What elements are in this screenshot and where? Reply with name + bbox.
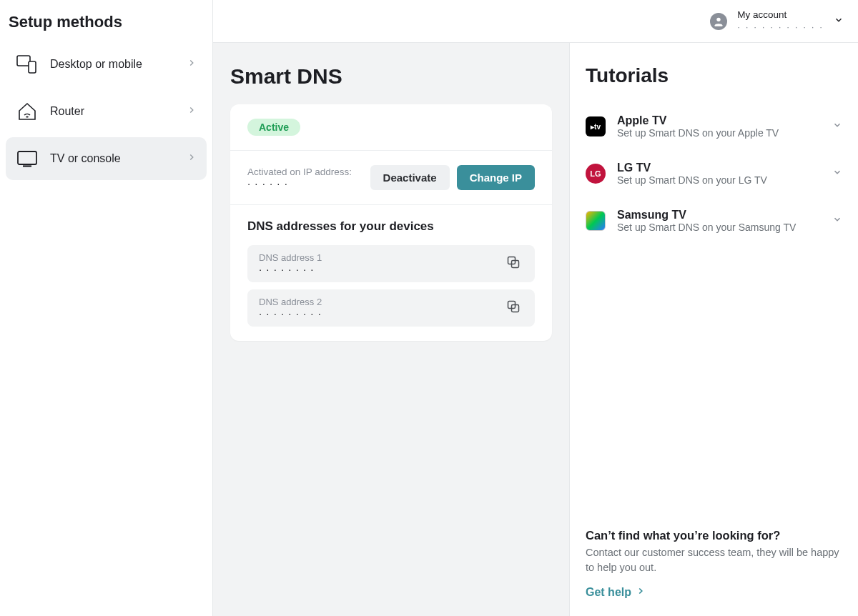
help-heading: Can’t find what you’re looking for? <box>586 529 842 542</box>
tutorial-title: Samsung TV <box>617 209 821 222</box>
tutorial-title: Apple TV <box>617 114 821 127</box>
account-label: My account <box>737 9 824 21</box>
chevron-right-icon <box>187 105 197 118</box>
ip-value: · · · · · · <box>247 177 352 189</box>
main-panel: Smart DNS Active Activated on IP address… <box>213 43 569 616</box>
page-title: Smart DNS <box>230 64 552 89</box>
help-text: Contact our customer success team, they … <box>586 545 842 577</box>
dns-label: DNS address 2 <box>259 297 322 307</box>
copy-icon <box>506 255 521 272</box>
dns-address-2: DNS address 2 · · · · · · · · · <box>247 289 535 327</box>
svg-point-4 <box>717 17 721 21</box>
sidebar-item-desktop-mobile[interactable]: Desktop or mobile <box>6 43 207 86</box>
deactivate-button[interactable]: Deactivate <box>370 165 450 190</box>
ip-label: Activated on IP address: <box>247 167 352 177</box>
status-badge: Active <box>247 119 300 136</box>
tutorial-samsung-tv[interactable]: Samsung TV Set up Smart DNS on your Sams… <box>586 197 842 244</box>
chevron-right-icon <box>187 152 197 165</box>
sidebar-title: Setup methods <box>6 13 207 43</box>
help-link-label: Get help <box>586 586 631 599</box>
sidebar-item-label: Router <box>50 105 175 118</box>
tutorials-title: Tutorials <box>586 64 842 87</box>
tutorial-desc: Set up Smart DNS on your LG TV <box>617 174 821 186</box>
tutorial-desc: Set up Smart DNS on your Samsung TV <box>617 222 821 233</box>
dns-label: DNS address 1 <box>259 252 322 263</box>
dns-address-1: DNS address 1 · · · · · · · · <box>247 245 535 282</box>
top-header: My account · · · · · · · · · · · <box>213 0 858 43</box>
lg-tv-icon: LG <box>586 164 606 184</box>
apple-tv-icon: ▸tv <box>586 116 606 136</box>
sidebar-item-label: Desktop or mobile <box>50 58 175 71</box>
devices-icon <box>16 53 39 76</box>
home-wifi-icon <box>16 100 39 123</box>
svg-rect-1 <box>29 61 36 73</box>
help-block: Can’t find what you’re looking for? Cont… <box>586 529 842 600</box>
account-menu[interactable]: My account · · · · · · · · · · · <box>710 9 844 32</box>
copy-dns-2-button[interactable] <box>503 298 523 318</box>
account-email: · · · · · · · · · · · <box>737 21 824 33</box>
chevron-right-icon <box>187 58 197 71</box>
sidebar-item-label: TV or console <box>50 152 175 165</box>
dns-heading: DNS addresses for your devices <box>247 219 535 234</box>
svg-rect-2 <box>18 151 36 164</box>
dns-value: · · · · · · · · · <box>259 307 322 319</box>
tutorial-title: LG TV <box>617 162 821 174</box>
account-avatar-icon <box>710 13 727 30</box>
chevron-down-icon <box>832 214 842 227</box>
chevron-down-icon <box>832 120 842 133</box>
chevron-right-icon <box>636 586 646 599</box>
copy-dns-1-button[interactable] <box>503 254 523 274</box>
tutorial-lg-tv[interactable]: LG LG TV Set up Smart DNS on your LG TV <box>586 150 842 197</box>
sidebar-item-router[interactable]: Router <box>6 90 207 133</box>
tutorials-panel: Tutorials ▸tv Apple TV Set up Smart DNS … <box>569 43 858 616</box>
dns-value: · · · · · · · · <box>259 263 322 275</box>
sidebar-item-tv-console[interactable]: TV or console <box>6 137 207 180</box>
chevron-down-icon <box>834 15 844 28</box>
samsung-tv-icon <box>586 211 606 231</box>
tv-icon <box>16 147 39 170</box>
chevron-down-icon <box>832 167 842 180</box>
change-ip-button[interactable]: Change IP <box>457 165 535 190</box>
tutorial-desc: Set up Smart DNS on your Apple TV <box>617 127 821 139</box>
tutorial-apple-tv[interactable]: ▸tv Apple TV Set up Smart DNS on your Ap… <box>586 103 842 150</box>
get-help-link[interactable]: Get help <box>586 586 646 599</box>
smart-dns-card: Active Activated on IP address: · · · · … <box>230 104 552 341</box>
sidebar: Setup methods Desktop or mobile <box>0 0 213 616</box>
copy-icon <box>506 299 521 317</box>
